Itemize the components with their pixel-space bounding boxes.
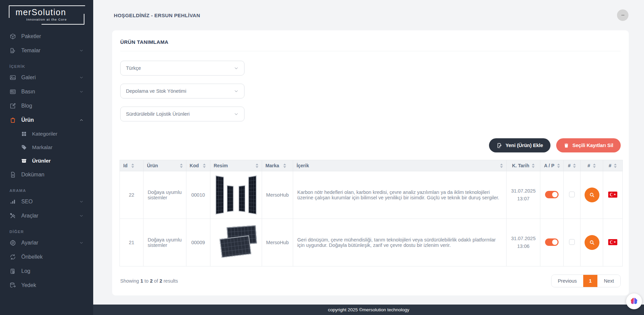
column-header-tarih[interactable]: K. Tarih — [507, 160, 540, 171]
logo-title: merSolution — [13, 8, 80, 17]
column-header-language[interactable]: # — [603, 160, 622, 171]
sidebar-item-temalar[interactable]: Temalar — [0, 44, 93, 58]
sidebar-item-urun[interactable]: Ürün — [0, 113, 93, 127]
brain-icon — [629, 297, 639, 306]
sort-icon[interactable] — [203, 164, 206, 168]
gear-icon — [9, 239, 16, 246]
column-header-select[interactable]: # — [564, 160, 580, 171]
trash-icon — [564, 143, 569, 148]
sort-icon[interactable] — [500, 164, 503, 168]
cell-language: ★ — [603, 171, 622, 219]
sidebar-item-araclar[interactable]: Araçlar — [0, 209, 93, 223]
delete-selected-button[interactable]: Seçili Kayıtları Sil — [556, 138, 621, 152]
sidebar-item-label: Yedek — [21, 282, 36, 288]
sort-icon[interactable] — [532, 164, 535, 168]
turkish-flag-icon[interactable]: ★ — [608, 192, 617, 198]
column-header-resim[interactable]: Resim — [210, 160, 262, 171]
tag-icon — [21, 144, 27, 150]
category-select[interactable]: Depolama ve Stok Yönetimi — [120, 84, 244, 98]
user-avatar-button[interactable] — [617, 9, 628, 21]
next-page-button[interactable]: Next — [597, 275, 620, 287]
page-title: ÜRÜN TANIMLAMA — [120, 39, 621, 45]
cell-image — [210, 219, 262, 266]
cell-code: 00010 — [186, 171, 210, 219]
sidebar-section-icerik: İÇERİK — [0, 58, 93, 70]
sort-icon[interactable] — [283, 164, 286, 168]
product-definition-card: ÜRÜN TANIMLAMA Türkçe Depolama ve Stok Y… — [112, 30, 629, 295]
sidebar-item-label: Temalar — [21, 48, 41, 54]
gallery-icon — [9, 74, 16, 81]
sidebar-item-basin[interactable]: Basın — [0, 85, 93, 99]
add-product-button[interactable]: Yeni (Ürün) Ekle — [489, 138, 550, 152]
column-header-marka[interactable]: Marka — [262, 160, 293, 171]
sidebar-section-diger: DİĞER — [0, 223, 93, 236]
filters: Türkçe Depolama ve Stok Yönetimi Sürdürü… — [112, 51, 629, 121]
sort-icon[interactable] — [573, 164, 576, 168]
previous-page-button[interactable]: Previous — [551, 275, 583, 287]
page-footer: copyright 2025 ©mersolution technology — [93, 305, 644, 315]
column-header-urun[interactable]: Ürün — [144, 160, 186, 171]
sidebar-item-galeri[interactable]: Galeri — [0, 70, 93, 85]
card-header: ÜRÜN TANIMLAMA — [120, 30, 621, 51]
language-select-value: Türkçe — [126, 65, 141, 71]
sidebar-item-blog[interactable]: Blog — [0, 99, 93, 113]
sidebar-item-dokuman[interactable]: Doküman — [0, 168, 93, 182]
sidebar-item-markalar[interactable]: Markalar — [0, 141, 93, 154]
logo-subtitle: Innovation at the Core — [13, 18, 80, 21]
table-footer: Showing 1 to 2 of 2 results Previous 1 N… — [112, 266, 629, 295]
column-header-aktif-pasif[interactable]: A / P — [540, 160, 564, 171]
sidebar-item-onbellek[interactable]: Önbellek — [0, 250, 93, 264]
table-actions: Yeni (Ürün) Ekle Seçili Kayıtları Sil — [112, 130, 629, 160]
sidebar-item-label: Ayarlar — [21, 240, 38, 246]
language-select[interactable]: Türkçe — [120, 61, 244, 76]
shopping-bag-icon — [9, 117, 16, 123]
cell-id: 22 — [120, 171, 144, 219]
sidebar-item-urunler[interactable]: Ürünler — [0, 154, 93, 168]
sidebar-item-seo[interactable]: SEO — [0, 195, 93, 209]
cell-content: Geri dönüşüm, çevre mühendisliği, tarım … — [293, 219, 507, 266]
cell-product: Doğaya uyumlu sistemler — [144, 219, 186, 266]
chevron-down-icon — [234, 112, 239, 117]
row-checkbox[interactable] — [569, 239, 575, 245]
sidebar: merSolution Innovation at the Core Paket… — [0, 0, 93, 315]
sidebar-item-kategoriler[interactable]: Kategoriler — [0, 127, 93, 141]
cell-active-toggle — [540, 171, 564, 219]
column-header-icerik[interactable]: İçerik — [293, 160, 507, 171]
add-product-label: Yeni (Ürün) Ekle — [506, 143, 543, 148]
product-image — [214, 222, 258, 263]
sort-icon[interactable] — [180, 164, 183, 168]
sidebar-item-label: Ürünler — [32, 158, 51, 164]
table-row: 22 Doğaya uyumlu sistemler 00010 MersoHu… — [120, 171, 623, 219]
subcategory-select[interactable]: Sürdürülebilir Lojistik Ürünleri — [120, 107, 244, 121]
sidebar-item-label: Doküman — [21, 172, 44, 178]
ai-assistant-button[interactable] — [626, 293, 642, 309]
view-product-button[interactable] — [585, 188, 599, 202]
page-1-button[interactable]: 1 — [583, 275, 597, 287]
sidebar-item-paketler[interactable]: Paketler — [0, 29, 93, 44]
backup-icon — [9, 282, 16, 289]
sidebar-item-label: Kategoriler — [32, 131, 57, 137]
table-header-row: Id Ürün Kod Resim Marka İçerik K. Tarih … — [120, 160, 623, 171]
active-toggle[interactable] — [545, 238, 559, 246]
view-product-button[interactable] — [585, 235, 599, 250]
sort-icon[interactable] — [256, 164, 258, 168]
sidebar-item-ayarlar[interactable]: Ayarlar — [0, 236, 93, 250]
turkish-flag-icon[interactable]: ★ — [608, 239, 617, 245]
cell-language: ★ — [603, 219, 622, 266]
cell-id: 21 — [120, 219, 144, 266]
sidebar-item-yedek[interactable]: Yedek — [0, 278, 93, 292]
welcome-text: HOŞGELDİNİZ - ERSUN PEHLİVAN — [114, 12, 200, 18]
sort-icon[interactable] — [131, 164, 134, 168]
sort-icon[interactable] — [614, 164, 617, 168]
tools-icon — [9, 212, 16, 219]
column-header-kod[interactable]: Kod — [186, 160, 210, 171]
pagination: Previous 1 Next — [551, 275, 621, 287]
sidebar-item-log[interactable]: Log — [0, 264, 93, 278]
column-header-id[interactable]: Id — [120, 160, 144, 171]
row-checkbox[interactable] — [569, 192, 575, 197]
column-header-view[interactable]: # — [580, 160, 603, 171]
active-toggle[interactable] — [545, 191, 559, 198]
chevron-up-icon — [79, 118, 84, 122]
sort-icon[interactable] — [557, 164, 560, 168]
sort-icon[interactable] — [593, 164, 596, 168]
